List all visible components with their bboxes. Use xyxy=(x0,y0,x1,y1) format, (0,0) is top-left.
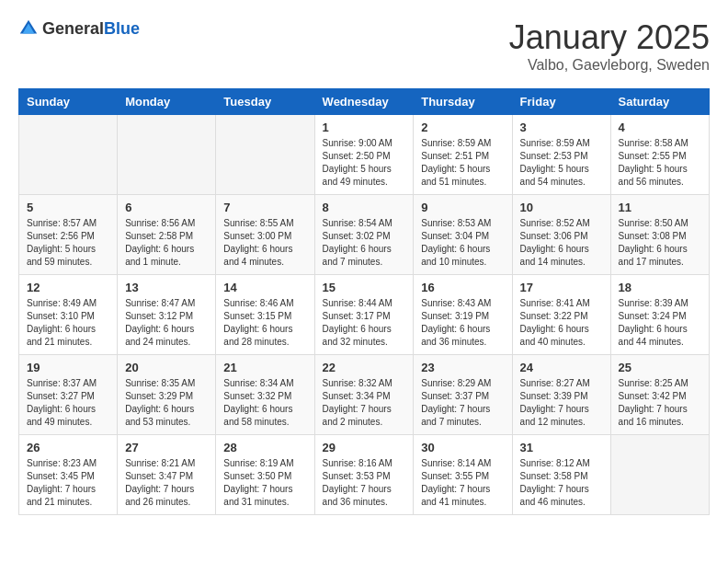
calendar-week-row: 5Sunrise: 8:57 AM Sunset: 2:56 PM Daylig… xyxy=(19,195,710,275)
logo-general: General xyxy=(42,19,104,38)
day-number: 7 xyxy=(223,201,306,214)
logo-icon xyxy=(18,18,39,39)
table-row: 31Sunrise: 8:12 AM Sunset: 3:58 PM Dayli… xyxy=(512,435,610,515)
table-row: 29Sunrise: 8:16 AM Sunset: 3:53 PM Dayli… xyxy=(314,435,414,515)
table-row: 25Sunrise: 8:25 AM Sunset: 3:42 PM Dayli… xyxy=(610,355,709,435)
day-number: 6 xyxy=(125,201,208,214)
table-row: 5Sunrise: 8:57 AM Sunset: 2:56 PM Daylig… xyxy=(19,195,118,275)
day-number: 18 xyxy=(619,281,701,294)
table-row: 14Sunrise: 8:46 AM Sunset: 3:15 PM Dayli… xyxy=(216,275,314,355)
day-number: 22 xyxy=(323,361,406,374)
table-row: 18Sunrise: 8:39 AM Sunset: 3:24 PM Dayli… xyxy=(610,275,709,355)
calendar-week-row: 12Sunrise: 8:49 AM Sunset: 3:10 PM Dayli… xyxy=(19,275,710,355)
calendar-week-row: 1Sunrise: 9:00 AM Sunset: 2:50 PM Daylig… xyxy=(19,115,710,195)
table-row xyxy=(216,115,314,195)
table-row xyxy=(19,115,118,195)
table-row: 20Sunrise: 8:35 AM Sunset: 3:29 PM Dayli… xyxy=(118,355,216,435)
day-info: Sunrise: 8:55 AM Sunset: 3:00 PM Dayligh… xyxy=(223,217,306,269)
day-number: 21 xyxy=(223,361,306,374)
day-number: 27 xyxy=(125,441,208,454)
day-number: 23 xyxy=(421,361,504,374)
day-number: 10 xyxy=(520,201,603,214)
table-row: 26Sunrise: 8:23 AM Sunset: 3:45 PM Dayli… xyxy=(19,435,118,515)
logo-text: GeneralBlue xyxy=(42,19,140,39)
day-info: Sunrise: 8:52 AM Sunset: 3:06 PM Dayligh… xyxy=(520,217,603,269)
day-number: 17 xyxy=(520,281,603,294)
table-row: 1Sunrise: 9:00 AM Sunset: 2:50 PM Daylig… xyxy=(314,115,414,195)
day-info: Sunrise: 9:00 AM Sunset: 2:50 PM Dayligh… xyxy=(323,137,406,189)
day-info: Sunrise: 8:58 AM Sunset: 2:55 PM Dayligh… xyxy=(619,137,701,189)
calendar-table: Sunday Monday Tuesday Wednesday Thursday… xyxy=(18,88,710,515)
location-title: Valbo, Gaevleborg, Sweden xyxy=(509,57,710,74)
day-number: 12 xyxy=(27,281,109,294)
title-section: January 2025 Valbo, Gaevleborg, Sweden xyxy=(509,18,710,74)
day-number: 30 xyxy=(421,441,504,454)
day-number: 15 xyxy=(323,281,406,294)
day-number: 11 xyxy=(619,201,701,214)
day-info: Sunrise: 8:37 AM Sunset: 3:27 PM Dayligh… xyxy=(27,377,109,429)
day-number: 24 xyxy=(520,361,603,374)
table-row: 17Sunrise: 8:41 AM Sunset: 3:22 PM Dayli… xyxy=(512,275,610,355)
header-wednesday: Wednesday xyxy=(314,89,414,115)
day-number: 29 xyxy=(323,441,406,454)
day-info: Sunrise: 8:54 AM Sunset: 3:02 PM Dayligh… xyxy=(323,217,406,269)
table-row xyxy=(610,435,709,515)
calendar-week-row: 19Sunrise: 8:37 AM Sunset: 3:27 PM Dayli… xyxy=(19,355,710,435)
day-info: Sunrise: 8:53 AM Sunset: 3:04 PM Dayligh… xyxy=(421,217,504,269)
day-info: Sunrise: 8:49 AM Sunset: 3:10 PM Dayligh… xyxy=(27,297,109,349)
table-row: 10Sunrise: 8:52 AM Sunset: 3:06 PM Dayli… xyxy=(512,195,610,275)
table-row: 30Sunrise: 8:14 AM Sunset: 3:55 PM Dayli… xyxy=(414,435,512,515)
day-number: 1 xyxy=(323,121,406,134)
table-row: 6Sunrise: 8:56 AM Sunset: 2:58 PM Daylig… xyxy=(118,195,216,275)
table-row: 24Sunrise: 8:27 AM Sunset: 3:39 PM Dayli… xyxy=(512,355,610,435)
day-info: Sunrise: 8:32 AM Sunset: 3:34 PM Dayligh… xyxy=(323,377,406,429)
table-row: 15Sunrise: 8:44 AM Sunset: 3:17 PM Dayli… xyxy=(314,275,414,355)
day-number: 31 xyxy=(520,441,603,454)
day-info: Sunrise: 8:16 AM Sunset: 3:53 PM Dayligh… xyxy=(323,457,406,509)
day-info: Sunrise: 8:35 AM Sunset: 3:29 PM Dayligh… xyxy=(125,377,208,429)
table-row: 12Sunrise: 8:49 AM Sunset: 3:10 PM Dayli… xyxy=(19,275,118,355)
header-thursday: Thursday xyxy=(414,89,512,115)
header-friday: Friday xyxy=(512,89,610,115)
table-row: 7Sunrise: 8:55 AM Sunset: 3:00 PM Daylig… xyxy=(216,195,314,275)
table-row: 11Sunrise: 8:50 AM Sunset: 3:08 PM Dayli… xyxy=(610,195,709,275)
table-row: 13Sunrise: 8:47 AM Sunset: 3:12 PM Dayli… xyxy=(118,275,216,355)
table-row: 19Sunrise: 8:37 AM Sunset: 3:27 PM Dayli… xyxy=(19,355,118,435)
table-row: 8Sunrise: 8:54 AM Sunset: 3:02 PM Daylig… xyxy=(314,195,414,275)
day-info: Sunrise: 8:41 AM Sunset: 3:22 PM Dayligh… xyxy=(520,297,603,349)
table-row: 27Sunrise: 8:21 AM Sunset: 3:47 PM Dayli… xyxy=(118,435,216,515)
day-info: Sunrise: 8:25 AM Sunset: 3:42 PM Dayligh… xyxy=(619,377,701,429)
day-number: 3 xyxy=(520,121,603,134)
day-number: 19 xyxy=(27,361,109,374)
day-info: Sunrise: 8:57 AM Sunset: 2:56 PM Dayligh… xyxy=(27,217,109,269)
day-number: 9 xyxy=(421,201,504,214)
header-saturday: Saturday xyxy=(610,89,709,115)
day-info: Sunrise: 8:43 AM Sunset: 3:19 PM Dayligh… xyxy=(421,297,504,349)
logo: GeneralBlue xyxy=(18,18,140,39)
day-info: Sunrise: 8:47 AM Sunset: 3:12 PM Dayligh… xyxy=(125,297,208,349)
day-info: Sunrise: 8:39 AM Sunset: 3:24 PM Dayligh… xyxy=(619,297,701,349)
day-info: Sunrise: 8:12 AM Sunset: 3:58 PM Dayligh… xyxy=(520,457,603,509)
table-row: 3Sunrise: 8:59 AM Sunset: 2:53 PM Daylig… xyxy=(512,115,610,195)
day-number: 8 xyxy=(323,201,406,214)
day-number: 2 xyxy=(421,121,504,134)
logo-blue: Blue xyxy=(104,19,140,38)
day-info: Sunrise: 8:56 AM Sunset: 2:58 PM Dayligh… xyxy=(125,217,208,269)
header-sunday: Sunday xyxy=(19,89,118,115)
day-info: Sunrise: 8:46 AM Sunset: 3:15 PM Dayligh… xyxy=(223,297,306,349)
table-row: 4Sunrise: 8:58 AM Sunset: 2:55 PM Daylig… xyxy=(610,115,709,195)
day-info: Sunrise: 8:59 AM Sunset: 2:53 PM Dayligh… xyxy=(520,137,603,189)
day-number: 20 xyxy=(125,361,208,374)
day-info: Sunrise: 8:19 AM Sunset: 3:50 PM Dayligh… xyxy=(223,457,306,509)
day-info: Sunrise: 8:23 AM Sunset: 3:45 PM Dayligh… xyxy=(27,457,109,509)
day-number: 26 xyxy=(27,441,109,454)
page-header: GeneralBlue January 2025 Valbo, Gaevlebo… xyxy=(18,18,710,74)
day-info: Sunrise: 8:59 AM Sunset: 2:51 PM Dayligh… xyxy=(421,137,504,189)
day-info: Sunrise: 8:29 AM Sunset: 3:37 PM Dayligh… xyxy=(421,377,504,429)
calendar-week-row: 26Sunrise: 8:23 AM Sunset: 3:45 PM Dayli… xyxy=(19,435,710,515)
day-info: Sunrise: 8:44 AM Sunset: 3:17 PM Dayligh… xyxy=(323,297,406,349)
calendar-header-row: Sunday Monday Tuesday Wednesday Thursday… xyxy=(19,89,710,115)
day-number: 16 xyxy=(421,281,504,294)
table-row: 28Sunrise: 8:19 AM Sunset: 3:50 PM Dayli… xyxy=(216,435,314,515)
day-info: Sunrise: 8:34 AM Sunset: 3:32 PM Dayligh… xyxy=(223,377,306,429)
